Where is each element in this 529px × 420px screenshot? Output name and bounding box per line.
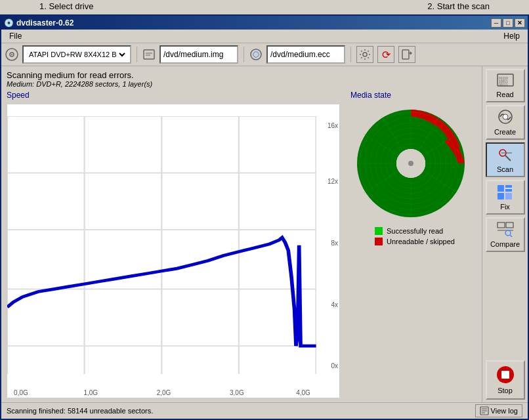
drive-icon: [5, 48, 18, 61]
legend-green: Successfully read: [375, 227, 455, 235]
media-state-label: Media state: [350, 91, 391, 100]
stop-icon: [496, 366, 515, 385]
svg-point-4: [251, 49, 261, 60]
compare-icon: [496, 221, 515, 239]
svg-text:00111: 00111: [499, 83, 508, 87]
x-label-2g: 2,0G: [157, 389, 171, 396]
maximize-button[interactable]: □: [503, 18, 513, 28]
ecc-path-field[interactable]: /dvd/medium.ecc: [266, 45, 345, 64]
read-label: Read: [496, 91, 513, 98]
y-label-16x: 16x: [328, 122, 338, 129]
main-content: Scanning medium for read errors. Medium:…: [1, 66, 528, 402]
drive-selector[interactable]: ATAPI DVD+RW 8X4X12 B: [22, 45, 131, 64]
sep2: [243, 47, 244, 62]
app-title: dvdisaster-0.62: [16, 18, 74, 28]
scan-status: Scanning medium for read errors. Medium:…: [7, 70, 476, 88]
svg-line-45: [505, 156, 511, 161]
scan-status-line1: Scanning medium for read errors.: [7, 70, 476, 80]
image-icon: [142, 48, 156, 61]
help-menu[interactable]: Help: [498, 30, 525, 42]
x-label-1g: 1,0G: [83, 389, 98, 396]
y-label-4x: 4x: [331, 301, 338, 308]
ecc-path-text: /dvd/medium.ecc: [270, 50, 330, 59]
step1-annotation: 1. Select drive: [39, 1, 93, 11]
reload-button[interactable]: ⟳: [377, 46, 394, 63]
sep3: [350, 47, 351, 62]
svg-point-43: [503, 114, 508, 119]
compare-label: Compare: [490, 240, 520, 248]
left-panel: Scanning medium for read errors. Medium:…: [1, 66, 482, 402]
fix-button[interactable]: Fix: [486, 180, 525, 215]
svg-rect-3: [144, 50, 154, 59]
stop-label: Stop: [497, 387, 513, 394]
file-menu[interactable]: File: [4, 30, 27, 42]
legend-red-label: Unreadable / skipped: [387, 238, 455, 245]
read-button[interactable]: 01110 10011 00111 Read: [486, 69, 525, 102]
legend-red: Unreadable / skipped: [375, 238, 455, 245]
chart-svg: [7, 116, 316, 374]
create-icon: [496, 109, 515, 127]
create-button[interactable]: Create: [486, 105, 525, 140]
toolbar: ATAPI DVD+RW 8X4X12 B /dvd/medium.img: [1, 43, 528, 66]
ecc-icon: [249, 48, 263, 61]
menu-bar: File Help: [1, 30, 528, 43]
x-label-0g: 0,0G: [14, 389, 28, 396]
stop-button[interactable]: Stop: [486, 360, 525, 400]
right-toolbar: 01110 10011 00111 Read: [482, 66, 528, 402]
drive-dropdown[interactable]: ATAPI DVD+RW 8X4X12 B: [26, 50, 127, 59]
legend-red-color: [375, 238, 383, 245]
scan-icon: [496, 146, 515, 164]
svg-point-55: [505, 230, 511, 236]
title-bar: 💿 dvdisaster-0.62 ─ □ ✕: [1, 16, 528, 30]
svg-rect-47: [497, 185, 504, 192]
read-icon: 01110 10011 00111: [496, 73, 515, 89]
compare-button[interactable]: Compare: [486, 217, 525, 252]
scan-status-line2: Medium: DVD+R, 2224288 sectors, 1 layer(…: [7, 80, 476, 88]
svg-point-37: [408, 161, 413, 166]
x-label-4g: 4,0G: [296, 389, 310, 396]
svg-line-56: [510, 235, 513, 237]
exit-button[interactable]: [398, 46, 415, 63]
image-path-field[interactable]: /dvd/medium.img: [159, 45, 238, 64]
legend-green-color: [375, 227, 383, 235]
y-label-0x: 0x: [331, 362, 338, 369]
chart-speed-label: Speed: [7, 91, 340, 100]
legend-green-label: Successfully read: [387, 227, 443, 235]
svg-rect-58: [501, 371, 509, 379]
create-label: Create: [494, 128, 516, 136]
status-message: Scanning finished: 58144 unreadable sect…: [7, 407, 153, 415]
fix-label: Fix: [500, 203, 510, 211]
svg-point-5: [363, 52, 367, 56]
view-log-icon: [480, 406, 489, 415]
scan-button[interactable]: Scan: [486, 142, 525, 177]
settings-button[interactable]: [356, 46, 373, 63]
image-path-text: /dvd/medium.img: [163, 50, 223, 59]
scan-label: Scan: [497, 165, 513, 173]
disc-visual: [355, 108, 467, 219]
sep1: [137, 47, 137, 62]
svg-rect-52: [497, 222, 505, 228]
fix-icon: [496, 184, 515, 201]
speed-chart: 16x 12x 8x 4x 0x 0,0G 1,0G 2,0G 3,0G 4,0…: [7, 104, 340, 398]
y-label-12x: 12x: [328, 178, 338, 185]
legend: Successfully read Unreadable / skipped: [367, 224, 455, 245]
x-label-3g: 3,0G: [230, 389, 244, 396]
close-button[interactable]: ✕: [515, 18, 525, 28]
svg-rect-6: [402, 50, 409, 59]
y-label-8x: 8x: [331, 240, 338, 247]
status-bar: Scanning finished: 58144 unreadable sect…: [1, 402, 528, 419]
step2-annotation: 2. Start the scan: [427, 1, 490, 11]
svg-rect-50: [505, 193, 512, 200]
svg-point-2: [11, 54, 12, 55]
view-log-button[interactable]: View log: [475, 404, 522, 417]
svg-rect-53: [506, 222, 513, 228]
view-log-label: View log: [491, 407, 518, 415]
minimize-button[interactable]: ─: [491, 18, 501, 28]
app-icon: 💿: [4, 18, 14, 28]
svg-rect-49: [497, 193, 504, 200]
media-state-panel: Media state: [345, 91, 476, 398]
